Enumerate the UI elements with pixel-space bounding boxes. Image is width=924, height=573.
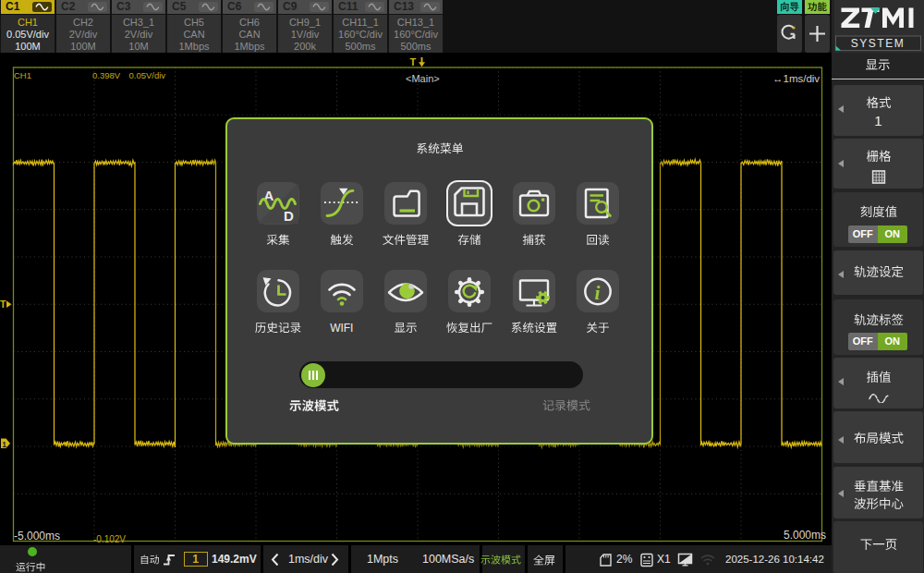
- svg-text:SYSTEM: SYSTEM: [851, 37, 905, 50]
- svg-text:i: i: [595, 282, 601, 304]
- svg-text:D: D: [284, 208, 294, 224]
- svg-text:T: T: [0, 299, 6, 310]
- svg-text:1: 1: [2, 440, 6, 449]
